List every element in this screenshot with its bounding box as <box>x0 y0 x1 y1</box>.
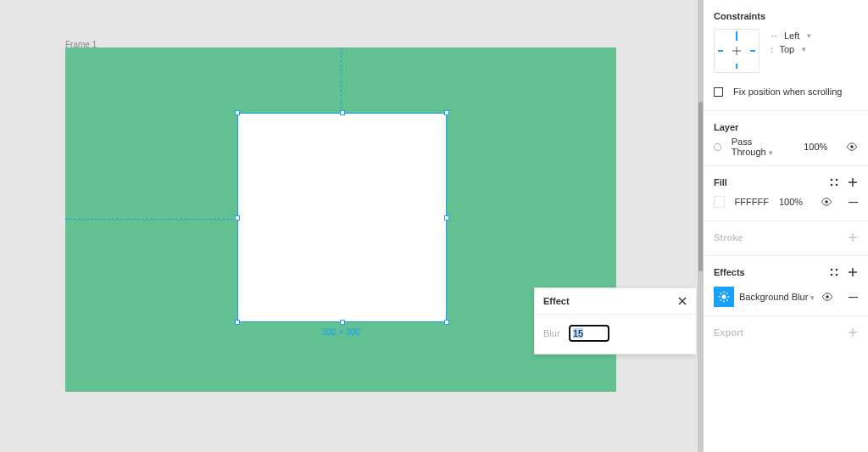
svg-point-5 <box>831 184 833 187</box>
arrow-horizontal-icon: ↔ <box>770 31 779 41</box>
style-library-icon[interactable] <box>829 267 839 277</box>
blend-mode-value: Pass Through <box>732 137 766 157</box>
effect-popover: Effect Blur <box>534 287 697 354</box>
section-constraints: Constraints ↔ Left ▾ ↕ Top ▾ <box>704 0 868 111</box>
properties-panel: Constraints ↔ Left ▾ ↕ Top ▾ <box>703 0 868 452</box>
visibility-icon[interactable] <box>821 291 833 303</box>
svg-point-13 <box>836 269 838 271</box>
blur-label: Blur <box>543 328 569 338</box>
blend-mode-select[interactable]: Pass Through▾ <box>732 137 793 157</box>
effects-title: Effects <box>714 267 745 277</box>
visibility-icon[interactable] <box>821 196 832 208</box>
effect-type-value: Background Blur <box>739 292 808 302</box>
resize-handle-ml[interactable] <box>235 215 240 220</box>
chevron-down-icon: ▾ <box>802 45 806 53</box>
constraint-horizontal-select[interactable]: ↔ Left ▾ <box>770 31 811 41</box>
close-icon[interactable] <box>677 296 687 306</box>
constraints-widget[interactable] <box>714 29 760 73</box>
design-canvas[interactable]: Frame 1 300 × 300 <box>0 0 697 452</box>
visibility-icon[interactable] <box>846 141 858 153</box>
add-export-icon[interactable] <box>848 327 858 338</box>
constraint-vertical-select[interactable]: ↕ Top ▾ <box>770 44 811 54</box>
svg-point-15 <box>836 274 838 276</box>
svg-point-2 <box>850 145 854 148</box>
resize-handle-tm[interactable] <box>340 110 345 115</box>
resize-handle-mr[interactable] <box>444 215 449 220</box>
svg-point-6 <box>836 184 838 187</box>
fill-opacity[interactable]: 100% <box>779 197 803 207</box>
resize-handle-br[interactable] <box>444 320 449 325</box>
export-title: Export <box>714 327 743 338</box>
sun-icon <box>718 291 730 303</box>
fill-swatch[interactable] <box>714 196 725 208</box>
chevron-down-icon: ▾ <box>810 293 815 302</box>
section-stroke: Stroke <box>704 221 868 256</box>
svg-point-3 <box>831 179 833 181</box>
section-layer: Layer Pass Through▾ 100% <box>704 111 868 166</box>
chevron-down-icon: ▾ <box>769 148 773 157</box>
blend-mode-icon <box>714 143 721 151</box>
svg-point-14 <box>831 274 833 276</box>
blur-input[interactable] <box>569 325 609 342</box>
svg-line-23 <box>721 293 721 294</box>
style-library-icon[interactable] <box>829 177 839 187</box>
chevron-down-icon: ▾ <box>807 31 811 40</box>
stroke-title: Stroke <box>714 232 743 243</box>
arrow-vertical-icon: ↕ <box>770 44 775 54</box>
svg-point-18 <box>722 295 726 299</box>
svg-line-24 <box>726 299 727 300</box>
guide-horizontal <box>65 219 237 220</box>
resize-handle-bl[interactable] <box>235 320 240 325</box>
guide-vertical <box>341 47 342 113</box>
constraint-horizontal-value: Left <box>784 31 799 41</box>
effect-type-select[interactable]: Background Blur▾ <box>739 292 816 302</box>
add-fill-icon[interactable] <box>848 177 858 187</box>
constraint-vertical-value: Top <box>780 44 795 54</box>
svg-line-25 <box>726 293 727 294</box>
fill-hex[interactable]: FFFFFF <box>735 197 769 207</box>
popover-title: Effect <box>543 296 570 306</box>
scrollbar-thumb[interactable] <box>698 102 703 271</box>
layer-opacity[interactable]: 100% <box>804 142 827 152</box>
resize-handle-bm[interactable] <box>340 320 345 325</box>
layer-title: Layer <box>714 122 738 132</box>
selection-dimensions: 300 × 300 <box>322 327 360 337</box>
section-effects: Effects Background Blur▾ — <box>704 256 868 316</box>
svg-line-26 <box>721 299 721 300</box>
fix-position-checkbox[interactable] <box>714 87 723 97</box>
fix-position-label: Fix position when scrolling <box>733 86 842 97</box>
svg-point-9 <box>825 200 828 204</box>
svg-point-12 <box>831 269 833 271</box>
remove-fill-icon[interactable]: — <box>849 197 858 207</box>
effect-settings-button[interactable] <box>714 287 734 307</box>
add-stroke-icon[interactable] <box>848 232 858 243</box>
svg-point-4 <box>836 179 838 181</box>
add-effect-icon[interactable] <box>848 267 858 277</box>
selected-shape[interactable] <box>237 113 447 322</box>
constraints-title: Constraints <box>714 11 765 21</box>
section-fill: Fill FFFFFF 100% — <box>704 166 868 221</box>
resize-handle-tl[interactable] <box>235 110 240 115</box>
section-export: Export <box>704 316 868 350</box>
resize-handle-tr[interactable] <box>444 110 449 115</box>
svg-point-27 <box>826 295 829 299</box>
remove-effect-icon[interactable]: — <box>849 292 858 302</box>
fill-title: Fill <box>714 177 727 187</box>
